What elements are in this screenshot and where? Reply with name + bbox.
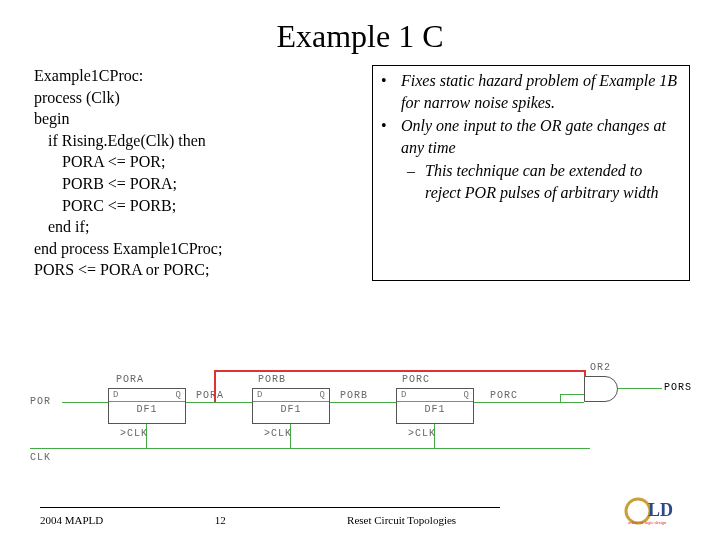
- sub-bullet-item: – This technique can be extended to reje…: [381, 160, 679, 203]
- bullet-text: Only one input to the OR gate changes at…: [401, 115, 679, 158]
- page-number: 12: [190, 514, 250, 526]
- porb-label: PORB: [340, 390, 368, 401]
- page-title: Example 1 C: [0, 0, 720, 65]
- pors-label: PORS: [664, 382, 692, 393]
- code-line: PORS <= PORA or PORC;: [34, 259, 354, 281]
- content-columns: Example1CProc: process (Clk) begin if Ri…: [0, 65, 720, 281]
- or-gate: [584, 376, 618, 402]
- pora-label: PORA: [196, 390, 224, 401]
- bullet-marker: •: [381, 115, 391, 158]
- schematic-diagram: CLK POR DQ DF1 PORA >CLK PORA DQ DF1 POR…: [0, 370, 720, 470]
- code-block: Example1CProc: process (Clk) begin if Ri…: [34, 65, 354, 281]
- svg-text:office of logic design: office of logic design: [628, 520, 667, 525]
- bullet-item: • Fixes static hazard problem of Example…: [381, 70, 679, 113]
- footer-right: Reset Circuit Topologies: [337, 514, 537, 526]
- old-logo-icon: LD office of logic design: [624, 496, 690, 526]
- footer-left: 2004 MAPLD: [40, 514, 103, 526]
- flipflop: DQ DF1: [396, 388, 474, 424]
- clk-label: CLK: [30, 452, 51, 463]
- dash-marker: –: [407, 160, 415, 203]
- code-line: PORC <= PORB;: [34, 195, 354, 217]
- flipflop: DQ DF1: [108, 388, 186, 424]
- footer: 2004 MAPLD 12 Reset Circuit Topologies L…: [0, 496, 720, 526]
- notes-box: • Fixes static hazard problem of Example…: [372, 65, 690, 281]
- code-line: end if;: [34, 216, 354, 238]
- bullet-item: • Only one input to the OR gate changes …: [381, 115, 679, 158]
- svg-text:LD: LD: [648, 500, 673, 520]
- bullet-text: This technique can be extended to reject…: [425, 160, 679, 203]
- code-line: begin: [34, 108, 354, 130]
- bullet-marker: •: [381, 70, 391, 113]
- porc-label: PORC: [490, 390, 518, 401]
- code-line: process (Clk): [34, 87, 354, 109]
- code-line: PORA <= POR;: [34, 151, 354, 173]
- flipflop: DQ DF1: [252, 388, 330, 424]
- bullet-text: Fixes static hazard problem of Example 1…: [401, 70, 679, 113]
- code-line: if Rising.Edge(Clk) then: [34, 130, 354, 152]
- por-label: POR: [30, 396, 51, 407]
- code-line: PORB <= PORA;: [34, 173, 354, 195]
- code-line: Example1CProc:: [34, 65, 354, 87]
- code-line: end process Example1CProc;: [34, 238, 354, 260]
